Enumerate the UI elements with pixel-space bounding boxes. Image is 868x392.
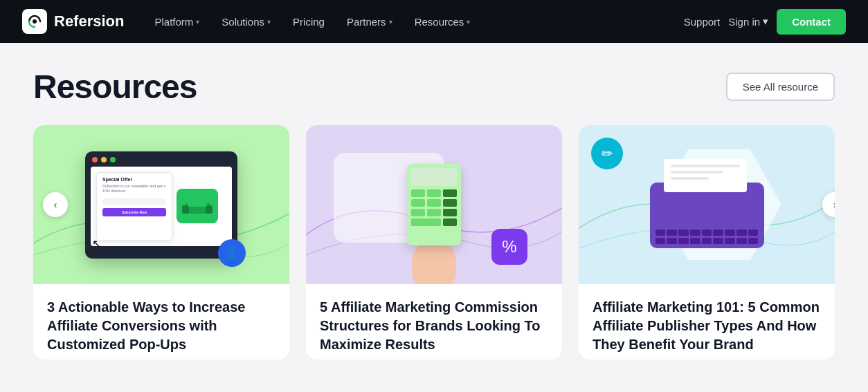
key — [725, 230, 735, 236]
nav-platform[interactable]: Platform ▾ — [146, 10, 208, 33]
resources-header: Resources See All resource — [33, 68, 835, 106]
cards-grid: ‹ Special Offer — [33, 125, 835, 360]
pen-badge: ✏ — [591, 138, 623, 169]
refersion-logo-svg — [26, 13, 43, 30]
chevron-down-icon: ▾ — [467, 18, 470, 26]
key — [713, 238, 723, 244]
calc-btn — [427, 189, 441, 197]
card-2-image: % — [306, 125, 562, 284]
popup-input — [102, 198, 166, 205]
card-1-body: 3 Actionable Ways to Increase Affiliate … — [33, 284, 289, 360]
card-2-body: 5 Affiliate Marketing Commission Structu… — [306, 284, 562, 360]
nav-solutions[interactable]: Solutions ▾ — [213, 10, 279, 33]
key — [678, 238, 689, 244]
calc-btn — [427, 209, 441, 216]
calc-btn — [443, 199, 457, 207]
key — [736, 238, 747, 244]
chevron-down-icon: ▾ — [763, 15, 768, 28]
calc-btn — [443, 218, 457, 226]
key — [713, 230, 723, 236]
key — [667, 238, 677, 244]
typewriter-keys — [650, 230, 764, 244]
card-3-image: ✏ — [579, 125, 835, 284]
calc-buttons — [411, 189, 457, 226]
dot-yellow — [101, 157, 107, 162]
card-3[interactable]: ✏ — [579, 125, 835, 360]
typewriter-body — [650, 183, 764, 248]
chevron-down-icon: ▾ — [196, 18, 199, 26]
popup-title: Special Offer — [102, 177, 166, 182]
browser-mockup: Special Offer Subscribe to our newslette… — [85, 151, 237, 259]
nav-partners[interactable]: Partners ▾ — [338, 10, 401, 33]
hand-shape — [412, 239, 456, 284]
logo[interactable]: Refersion — [22, 9, 124, 34]
popup-btn-label: Subscribe Now — [122, 210, 147, 214]
cursor-icon: ↖ — [92, 237, 101, 250]
card-1-image: ‹ Special Offer — [33, 125, 289, 284]
key — [690, 230, 700, 236]
user-avatar-icon: 👤 — [225, 246, 239, 259]
left-chevron-icon: ‹ — [54, 199, 57, 210]
user-icon: 👤 — [218, 239, 246, 267]
popup-box: Special Offer Subscribe to our newslette… — [96, 172, 172, 241]
calc-btn — [411, 209, 425, 216]
card-3-title: Affiliate Marketing 101: 5 Common Affili… — [593, 298, 821, 354]
typewriter — [650, 183, 764, 248]
browser-dots — [85, 151, 237, 167]
calc-btn — [411, 199, 425, 207]
calc-btn — [427, 199, 441, 207]
key — [655, 230, 666, 236]
main-content: Resources See All resource ‹ — [0, 43, 868, 392]
card-2[interactable]: % 5 Affiliate Marketing Commission Struc… — [306, 125, 562, 360]
svg-rect-2 — [182, 205, 189, 214]
nav-pricing[interactable]: Pricing — [284, 10, 333, 33]
signin-button[interactable]: Sign in ▾ — [728, 15, 768, 28]
calc-btn — [411, 218, 441, 226]
discount-badge: % — [491, 229, 527, 265]
key — [736, 230, 747, 236]
key — [702, 238, 712, 244]
prev-arrow[interactable]: ‹ — [43, 192, 68, 217]
key — [690, 238, 700, 244]
card-1-title: 3 Actionable Ways to Increase Affiliate … — [47, 298, 275, 354]
key — [748, 230, 759, 236]
popup-cta: Subscribe Now — [102, 208, 166, 216]
svg-rect-3 — [206, 205, 213, 214]
navigation: Refersion Platform ▾ Solutions ▾ Pricing… — [0, 0, 868, 43]
browser-content: Special Offer Subscribe to our newslette… — [91, 167, 232, 246]
key — [667, 230, 677, 236]
paper — [664, 159, 747, 192]
contact-button[interactable]: Contact — [777, 9, 846, 35]
calculator — [407, 164, 461, 245]
see-all-button[interactable]: See All resource — [726, 73, 835, 101]
key — [655, 238, 666, 244]
pen-icon: ✏ — [602, 145, 613, 162]
resources-title: Resources — [33, 68, 197, 106]
right-chevron-icon: › — [833, 199, 835, 210]
key — [678, 230, 689, 236]
calc-illustration — [407, 164, 461, 245]
logo-icon — [22, 9, 47, 34]
chevron-down-icon: ▾ — [389, 18, 392, 26]
paper-line — [671, 177, 709, 180]
paper-line — [671, 171, 723, 174]
dot-red — [92, 157, 98, 162]
svg-point-0 — [33, 19, 37, 24]
card-2-title: 5 Affiliate Marketing Commission Structu… — [320, 298, 548, 354]
calc-screen — [411, 168, 457, 186]
percent-icon: % — [502, 237, 516, 256]
nav-links: Platform ▾ Solutions ▾ Pricing Partners … — [146, 10, 683, 33]
key — [725, 238, 735, 244]
card-3-body: Affiliate Marketing 101: 5 Common Affili… — [579, 284, 835, 360]
support-link[interactable]: Support — [684, 16, 721, 28]
sofa-illustration — [177, 189, 218, 223]
nav-resources[interactable]: Resources ▾ — [406, 10, 479, 33]
popup-text: Subscribe to our newsletter and get a 10… — [102, 184, 166, 194]
calc-btn — [443, 189, 457, 197]
next-arrow[interactable]: › — [822, 192, 835, 217]
paper-line — [671, 165, 740, 167]
card-1[interactable]: ‹ Special Offer — [33, 125, 289, 360]
logo-text: Refersion — [54, 12, 124, 30]
dot-green — [110, 157, 116, 162]
calc-btn — [411, 189, 425, 197]
